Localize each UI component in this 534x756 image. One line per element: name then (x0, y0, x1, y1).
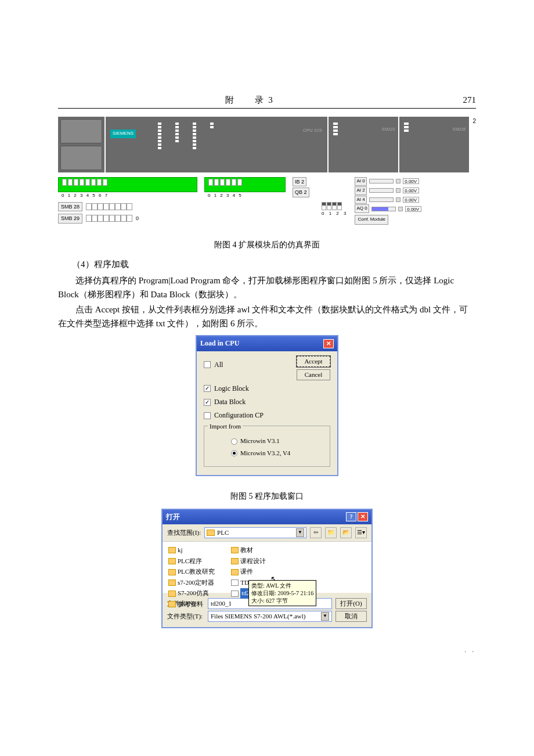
file-list[interactable]: kj PLC程序 PLC教改研究 s7-200定时器 S7-200仿真 参考资料… (163, 542, 371, 593)
chevron-down-icon[interactable]: ▼ (296, 528, 304, 537)
checkbox-data[interactable]: ✓ (204, 399, 211, 406)
load-in-cpu-dialog: Load in CPU ✕ Accept Cancel All ✓Logic B… (196, 335, 338, 476)
smb29-label: SMB 29 (58, 214, 82, 223)
cpu-label: CPU 215 (303, 127, 322, 135)
plc-cpu-panel: SIEMENS CPU 215 (106, 117, 327, 172)
io-block-left: 0 1 2 3 4 5 6 7 0 1 2 3 4 5 SMB 28 SMB 2… (58, 177, 286, 225)
plc-ports (58, 117, 104, 172)
checkbox-all[interactable] (204, 361, 211, 368)
module-em223: EM223 (329, 117, 398, 172)
filetype-label: 文件类型(T): (167, 611, 204, 622)
checkbox-logic[interactable]: ✓ (204, 385, 211, 392)
page-header: 附 录 3 271 (58, 93, 476, 109)
file-open-dialog: 打开 ? ✕ 查找范围(I): PLC ▼ ⇦ 📁 📂 ☰▾ kj PLC程序 … (161, 509, 373, 628)
close-icon[interactable]: ✕ (323, 339, 334, 348)
lookin-combo[interactable]: PLC ▼ (204, 527, 306, 538)
figure4-caption: 附图 4 扩展模块后的仿真界面 (58, 239, 476, 251)
cancel-button[interactable]: 取消 (335, 611, 367, 622)
help-icon[interactable]: ? (346, 512, 356, 521)
header-title: 附 录 3 (58, 93, 441, 107)
lookin-label: 查找范围(I): (167, 528, 201, 538)
accept-button[interactable]: Accept (297, 356, 330, 367)
module-em235: EM235 (399, 117, 469, 172)
open-button[interactable]: 打开(O) (335, 598, 367, 609)
paragraph-1: 选择仿真程序的 Program|Load Program 命令，打开加载梯形图程… (58, 273, 476, 301)
page-dots: . . (58, 646, 476, 655)
back-button[interactable]: ⇦ (310, 527, 322, 538)
up-button[interactable]: 📁 (325, 527, 337, 538)
folder-icon (207, 530, 215, 536)
checkbox-conf[interactable] (204, 412, 211, 419)
close-icon[interactable]: ✕ (358, 512, 368, 521)
section-4-head: （4）程序加载 (72, 257, 476, 271)
paragraph-2: 点击 Accept 按钮，从文件列表框分别选择 awl 文件和文本文件（数据块默… (58, 303, 476, 330)
page-number: 271 (441, 93, 476, 107)
file-tooltip: 类型: AWL 文件 修改日期: 2009-5-7 21:16 大小: 627 … (248, 580, 316, 606)
io-block-analog: AI 00.00V AI 20.00V AI 40.00V AQ 00.00V … (355, 177, 421, 225)
chevron-down-icon[interactable]: ▼ (321, 612, 329, 621)
conf-module-button[interactable]: Conf. Module (355, 215, 388, 225)
io-block-mid: IB 2 QB 2 0 1 2 3 (293, 177, 348, 225)
cancel-button[interactable]: Cancel (297, 369, 330, 380)
filetype-combo[interactable]: Files SIEMENS S7-200 AWL(*.awl) ▼ (208, 611, 332, 622)
plc-simulator-figure: SIEMENS CPU 215 EM223 EM235 2 (58, 117, 476, 225)
import-from-label: Import from (208, 422, 243, 432)
dialog-title: Load in CPU (200, 338, 239, 349)
module-index: 2 (472, 117, 476, 126)
new-folder-button[interactable]: 📂 (340, 527, 352, 538)
figure5-caption: 附图 5 程序加载窗口 (58, 490, 476, 503)
radio-v32-v4[interactable] (231, 450, 237, 456)
smb28-label: SMB 28 (58, 202, 82, 211)
smb29-value: 0 (136, 214, 139, 222)
radio-v31[interactable] (231, 438, 237, 445)
file-dialog-title: 打开 (166, 512, 180, 523)
siemens-logo: SIEMENS (110, 129, 136, 138)
view-button[interactable]: ☰▾ (355, 527, 367, 538)
